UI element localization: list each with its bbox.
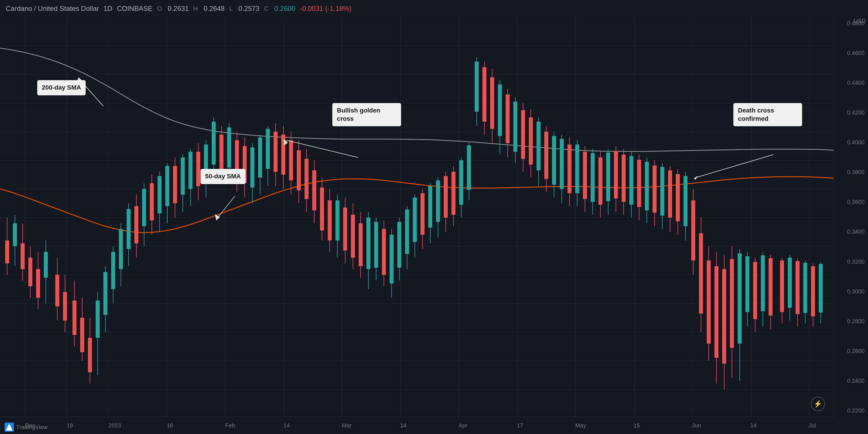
price-label-0420: 0.4200 [847, 109, 865, 116]
svg-rect-228 [769, 258, 773, 315]
svg-rect-112 [320, 188, 324, 230]
svg-rect-196 [645, 162, 649, 210]
svg-rect-140 [428, 186, 432, 228]
svg-rect-124 [366, 218, 370, 269]
svg-line-247 [696, 155, 773, 177]
chart-container: Cardano / United States Dollar 1D COINBA… [0, 0, 868, 434]
svg-rect-224 [753, 262, 757, 319]
annotation-sma200-text: 200-day SMA [42, 84, 81, 91]
svg-rect-176 [567, 144, 571, 193]
price-label-0260: 0.2600 [847, 348, 865, 355]
time-14-mar: 14 [400, 422, 406, 429]
svg-rect-126 [374, 222, 378, 268]
tradingview-logo: TradingView [5, 423, 48, 432]
price-label-0220: 0.2200 [847, 407, 865, 414]
svg-rect-202 [668, 170, 672, 218]
power-icon: ⚡ [811, 397, 825, 411]
svg-rect-130 [390, 235, 394, 283]
close-key: C [264, 5, 269, 12]
svg-rect-88 [227, 127, 231, 167]
price-label-0300: 0.3000 [847, 288, 865, 295]
svg-rect-200 [660, 167, 664, 215]
time-mar: Mar [342, 422, 351, 429]
svg-rect-198 [653, 165, 657, 213]
svg-rect-238 [811, 266, 815, 316]
price-label-0240: 0.2400 [847, 377, 865, 384]
svg-rect-104 [289, 140, 293, 180]
svg-rect-118 [343, 207, 347, 251]
svg-rect-58 [111, 252, 115, 289]
svg-rect-220 [738, 253, 742, 343]
svg-rect-86 [219, 135, 223, 172]
time-feb: Feb [225, 422, 235, 429]
svg-rect-148 [459, 160, 463, 205]
svg-rect-40 [36, 269, 40, 298]
svg-rect-132 [397, 222, 401, 268]
svg-rect-42 [44, 252, 48, 278]
svg-rect-144 [444, 176, 448, 218]
svg-rect-166 [529, 118, 533, 165]
annotation-death-cross-text: Death cross confirmed [738, 107, 774, 122]
svg-rect-152 [475, 62, 479, 112]
svg-rect-76 [181, 158, 185, 195]
annotation-sma50-text: 50-day SMA [205, 173, 241, 180]
svg-rect-94 [250, 147, 254, 188]
svg-rect-234 [796, 261, 800, 314]
svg-rect-46 [63, 292, 67, 321]
svg-rect-212 [707, 261, 711, 343]
svg-rect-236 [803, 263, 807, 313]
high-key: H [193, 5, 198, 12]
price-label-0360: 0.3600 [847, 199, 865, 205]
price-label-0380: 0.3800 [847, 169, 865, 175]
svg-rect-114 [328, 200, 332, 240]
svg-rect-50 [80, 318, 84, 352]
low-value: 0.2573 [238, 5, 259, 12]
svg-rect-188 [614, 151, 618, 198]
svg-rect-160 [506, 95, 509, 143]
time-jul: Jul [809, 422, 816, 429]
svg-rect-156 [490, 77, 494, 129]
svg-rect-122 [359, 223, 363, 266]
price-label-0340: 0.3400 [847, 229, 865, 235]
svg-rect-240 [819, 264, 823, 312]
svg-rect-54 [96, 301, 100, 338]
chart-svg [0, 17, 834, 417]
svg-rect-174 [560, 139, 564, 189]
svg-rect-210 [699, 233, 703, 313]
time-14-feb: 14 [283, 422, 290, 429]
svg-rect-184 [598, 158, 602, 205]
usd-label: USD [854, 18, 866, 24]
chart-header: Cardano / United States Dollar 1D COINBA… [0, 0, 868, 17]
svg-rect-134 [405, 209, 409, 254]
annotation-sma50: 50-day SMA [200, 169, 246, 184]
time-14-jun: 14 [750, 422, 756, 429]
price-label-0320: 0.3200 [847, 259, 865, 265]
svg-rect-66 [142, 189, 146, 226]
open-value: 0.2631 [167, 5, 188, 12]
tv-icon [5, 423, 14, 432]
svg-rect-136 [413, 198, 417, 242]
timeframe-label: 1D [104, 5, 113, 12]
svg-line-243 [218, 196, 235, 218]
svg-rect-192 [629, 156, 633, 205]
svg-rect-74 [173, 166, 177, 203]
svg-rect-120 [351, 215, 355, 258]
price-label-0400: 0.4000 [847, 139, 865, 146]
svg-rect-32 [5, 240, 9, 263]
svg-rect-128 [382, 229, 386, 275]
svg-rect-186 [606, 153, 610, 201]
svg-rect-168 [536, 122, 540, 170]
svg-marker-248 [694, 176, 698, 180]
svg-rect-206 [683, 176, 687, 226]
svg-rect-96 [258, 137, 262, 177]
time-2023: 2023 [108, 422, 121, 429]
svg-rect-70 [158, 176, 161, 213]
symbol-label: Cardano / United States Dollar [6, 5, 99, 12]
annotation-sma200: 200-day SMA [37, 80, 86, 95]
svg-rect-80 [196, 152, 200, 186]
svg-rect-218 [730, 259, 734, 348]
svg-rect-154 [483, 67, 487, 122]
price-label-0280: 0.2800 [847, 318, 865, 325]
svg-rect-230 [780, 261, 784, 312]
tv-brand-label: TradingView [16, 424, 48, 431]
